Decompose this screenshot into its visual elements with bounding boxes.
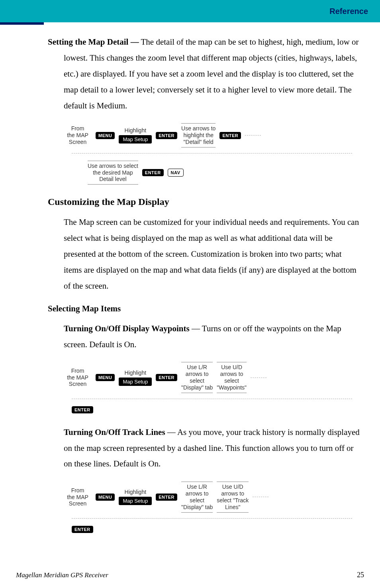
menu-key-icon: MENU (96, 132, 115, 139)
para3-lead: Turning On/Off Display Waypoints (64, 324, 190, 333)
header-bar: Reference (0, 0, 380, 22)
t: From (64, 125, 92, 132)
para-customizing: The Map screen can be customized for you… (48, 214, 360, 294)
flow3-step-from-screen: From the MAP Screen (64, 487, 92, 507)
t: arrows to (181, 490, 213, 497)
t: select (181, 497, 213, 504)
page-content: Setting the Map Detail — The detail of t… (0, 22, 380, 533)
t: Lines" (217, 504, 249, 511)
t: Highlight (125, 127, 146, 134)
para1-text: The detail of the map can be set to high… (64, 37, 359, 110)
t: Use U/D (217, 484, 249, 490)
t: "Display" tab (181, 504, 213, 511)
menu-key-icon: MENU (96, 494, 115, 501)
dashed-connector (253, 497, 268, 497)
para4-lead: Turning On/Off Track Lines (64, 427, 165, 437)
dashed-connector-long (72, 518, 352, 519)
enter-key-icon: ENTER (156, 132, 177, 139)
t: arrows to (217, 490, 249, 497)
t: Highlight (125, 489, 146, 495)
enter-key-icon: ENTER (142, 169, 164, 176)
t: the desired Map (88, 169, 138, 176)
flow-diagram-2: From the MAP Screen MENU Highlight Map S… (64, 362, 360, 413)
enter-key-icon: ENTER (72, 526, 93, 533)
flow1-step-highlight: Highlight Map Setup (119, 127, 152, 144)
flow1-step-from-screen: From the MAP Screen (64, 125, 92, 145)
para-track-lines: Turning On/Off Track Lines — As you move… (48, 425, 360, 472)
heading-customizing: Customizing the Map Display (48, 197, 360, 207)
enter-key-icon: ENTER (219, 132, 241, 139)
t: Highlight (125, 370, 146, 376)
t: the MAP (64, 374, 92, 381)
enter-key-icon: ENTER (156, 494, 177, 501)
para-display-waypoints: Turning On/Off Display Waypoints — Turns… (48, 321, 360, 353)
t: "Display" tab (181, 384, 213, 391)
map-setup-pill: Map Setup (119, 378, 152, 386)
t: From (64, 487, 92, 494)
t: Screen (64, 139, 92, 146)
t: Use L/R (181, 484, 213, 490)
t: select (217, 378, 247, 384)
flow3-row1: From the MAP Screen MENU Highlight Map S… (64, 482, 360, 512)
dashed-connector (251, 378, 266, 378)
map-setup-pill: Map Setup (119, 135, 152, 144)
flow1-row1: From the MAP Screen MENU Highlight Map S… (64, 123, 360, 147)
t: select "Track (217, 497, 249, 504)
t: select (181, 378, 213, 384)
flow2-step-from-screen: From the MAP Screen (64, 368, 92, 387)
t: From (64, 368, 92, 374)
dashed-connector-long (72, 399, 352, 399)
t: arrows to (217, 371, 247, 378)
dashed-connector (245, 135, 261, 136)
t: Screen (64, 381, 92, 387)
t: the MAP (64, 494, 92, 501)
dashed-connector-long (72, 153, 352, 153)
enter-key-icon: ENTER (72, 406, 93, 413)
flow3-step-track-lines: Use U/D arrows to select "Track Lines" (217, 482, 249, 512)
flow2-row2: ENTER (72, 406, 360, 413)
flow1-row2: Use arrows to select the desired Map Det… (88, 161, 360, 185)
flow-diagram-3: From the MAP Screen MENU Highlight Map S… (64, 482, 360, 533)
flow3-row2: ENTER (72, 526, 360, 533)
nav-key-icon: NAV (168, 169, 184, 177)
flow2-step-waypoints: Use U/D arrows to select "Waypoints" (217, 362, 247, 393)
map-setup-pill: Map Setup (119, 497, 152, 505)
flow2-step-highlight: Highlight Map Setup (119, 370, 152, 386)
flow1-step-detail-field: Use arrows to highlight the "Detail" fie… (181, 123, 215, 147)
para-setting-map-detail: Setting the Map Detail — The detail of t… (48, 34, 360, 114)
t: "Waypoints" (217, 384, 247, 391)
t: Screen (64, 500, 92, 507)
flow3-step-highlight: Highlight Map Setup (119, 489, 152, 505)
t: "Detail" field (181, 139, 215, 146)
t: the MAP (64, 132, 92, 139)
t: highlight the (181, 132, 215, 139)
flow1-step-select-level: Use arrows to select the desired Map Det… (88, 161, 138, 185)
t: Use L/R (181, 364, 213, 371)
left-margin-accent (0, 22, 44, 25)
t: arrows to (181, 371, 213, 378)
flow2-step-display-tab: Use L/R arrows to select "Display" tab (181, 362, 213, 393)
menu-key-icon: MENU (96, 374, 115, 381)
flow3-step-display-tab: Use L/R arrows to select "Display" tab (181, 482, 213, 512)
page-footer: Magellan Meridian GPS Receiver 25 (16, 571, 364, 579)
header-section-label: Reference (329, 7, 368, 16)
flow-diagram-1: From the MAP Screen MENU Highlight Map S… (64, 123, 360, 185)
heading-selecting-map-items: Selecting Map Items (48, 304, 360, 314)
enter-key-icon: ENTER (156, 374, 177, 381)
t: Use U/D (217, 364, 247, 371)
footer-book-title: Magellan Meridian GPS Receiver (16, 571, 108, 579)
t: Use arrows to select (88, 163, 138, 169)
t: Detail level (88, 176, 138, 183)
t: Use arrows to (181, 125, 215, 132)
para1-lead: Setting the Map Detail — (48, 37, 139, 47)
flow2-row1: From the MAP Screen MENU Highlight Map S… (64, 362, 360, 393)
footer-page-number: 25 (357, 571, 364, 579)
